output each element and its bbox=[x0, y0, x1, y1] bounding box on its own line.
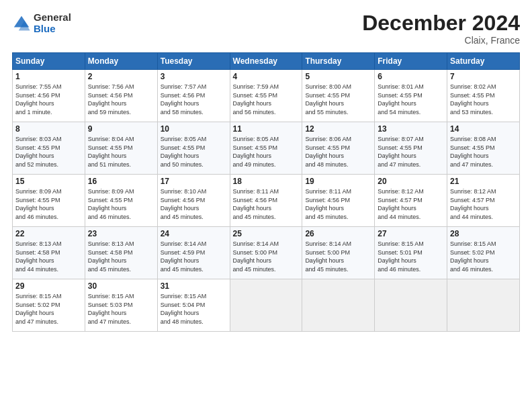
day-details: Sunrise: 8:09 AMSunset: 4:55 PMDaylight … bbox=[88, 188, 134, 220]
table-cell: 14Sunrise: 8:08 AMSunset: 4:55 PMDayligh… bbox=[447, 122, 520, 175]
calendar-page: General Blue December 2024 Claix, France… bbox=[0, 0, 532, 411]
table-cell: 25Sunrise: 8:14 AMSunset: 5:00 PMDayligh… bbox=[230, 227, 302, 279]
table-cell: 12Sunrise: 8:06 AMSunset: 4:55 PMDayligh… bbox=[302, 122, 375, 175]
day-number: 17 bbox=[161, 177, 227, 186]
day-number: 4 bbox=[233, 72, 300, 81]
header-row: Sunday Monday Tuesday Wednesday Thursday… bbox=[13, 53, 520, 70]
logo: General Blue bbox=[12, 12, 71, 34]
day-number: 23 bbox=[88, 229, 154, 238]
table-cell: 5Sunrise: 8:00 AMSunset: 4:55 PMDaylight… bbox=[302, 70, 375, 122]
table-cell: 28Sunrise: 8:15 AMSunset: 5:02 PMDayligh… bbox=[447, 227, 520, 279]
day-details: Sunrise: 8:11 AMSunset: 4:56 PMDaylight … bbox=[233, 188, 279, 220]
header-thursday: Thursday bbox=[302, 53, 375, 70]
day-number: 9 bbox=[88, 124, 154, 134]
week-row-2: 8Sunrise: 8:03 AMSunset: 4:55 PMDaylight… bbox=[13, 122, 520, 175]
day-details: Sunrise: 7:56 AMSunset: 4:56 PMDaylight … bbox=[88, 83, 134, 116]
day-number: 14 bbox=[450, 124, 517, 134]
day-number: 29 bbox=[15, 281, 82, 291]
day-details: Sunrise: 8:15 AMSunset: 5:02 PMDaylight … bbox=[15, 293, 62, 325]
header-sunday: Sunday bbox=[13, 53, 85, 70]
table-cell: 15Sunrise: 8:09 AMSunset: 4:55 PMDayligh… bbox=[13, 175, 85, 227]
table-cell: 3Sunrise: 7:57 AMSunset: 4:56 PMDaylight… bbox=[157, 70, 230, 122]
table-cell bbox=[447, 279, 520, 332]
day-number: 10 bbox=[161, 124, 227, 134]
table-cell: 26Sunrise: 8:14 AMSunset: 5:00 PMDayligh… bbox=[302, 227, 375, 279]
week-row-3: 15Sunrise: 8:09 AMSunset: 4:55 PMDayligh… bbox=[13, 175, 520, 227]
day-number: 11 bbox=[233, 124, 300, 134]
header-tuesday: Tuesday bbox=[157, 53, 230, 70]
day-number: 7 bbox=[450, 72, 517, 81]
day-number: 26 bbox=[305, 229, 371, 238]
table-cell bbox=[375, 279, 447, 332]
day-details: Sunrise: 8:09 AMSunset: 4:55 PMDaylight … bbox=[15, 188, 62, 220]
table-cell: 23Sunrise: 8:13 AMSunset: 4:58 PMDayligh… bbox=[85, 227, 157, 279]
table-cell: 9Sunrise: 8:04 AMSunset: 4:55 PMDaylight… bbox=[85, 122, 157, 175]
calendar-subtitle: Claix, France bbox=[362, 35, 520, 46]
day-number: 24 bbox=[161, 229, 227, 238]
table-cell: 18Sunrise: 8:11 AMSunset: 4:56 PMDayligh… bbox=[230, 175, 302, 227]
table-cell: 27Sunrise: 8:15 AMSunset: 5:01 PMDayligh… bbox=[375, 227, 447, 279]
table-cell bbox=[302, 279, 375, 332]
table-cell: 7Sunrise: 8:02 AMSunset: 4:55 PMDaylight… bbox=[447, 70, 520, 122]
table-cell: 1Sunrise: 7:55 AMSunset: 4:56 PMDaylight… bbox=[13, 70, 85, 122]
day-details: Sunrise: 8:15 AMSunset: 5:03 PMDaylight … bbox=[88, 293, 134, 325]
day-details: Sunrise: 8:05 AMSunset: 4:55 PMDaylight … bbox=[233, 136, 279, 168]
day-number: 31 bbox=[161, 281, 227, 291]
table-cell: 19Sunrise: 8:11 AMSunset: 4:56 PMDayligh… bbox=[302, 175, 375, 227]
day-number: 3 bbox=[161, 72, 227, 81]
day-details: Sunrise: 8:10 AMSunset: 4:56 PMDaylight … bbox=[161, 188, 207, 220]
logo-text: General Blue bbox=[34, 12, 71, 34]
title-section: December 2024 Claix, France bbox=[362, 12, 520, 46]
table-cell bbox=[230, 279, 302, 332]
table-cell: 24Sunrise: 8:14 AMSunset: 4:59 PMDayligh… bbox=[157, 227, 230, 279]
week-row-5: 29Sunrise: 8:15 AMSunset: 5:02 PMDayligh… bbox=[13, 279, 520, 332]
day-number: 13 bbox=[378, 124, 444, 134]
day-number: 18 bbox=[233, 177, 300, 186]
header-saturday: Saturday bbox=[447, 53, 520, 70]
day-number: 22 bbox=[15, 229, 82, 238]
day-number: 1 bbox=[15, 72, 82, 81]
day-number: 2 bbox=[88, 72, 154, 81]
header-wednesday: Wednesday bbox=[230, 53, 302, 70]
table-cell: 4Sunrise: 7:59 AMSunset: 4:55 PMDaylight… bbox=[230, 70, 302, 122]
week-row-1: 1Sunrise: 7:55 AMSunset: 4:56 PMDaylight… bbox=[13, 70, 520, 122]
day-details: Sunrise: 8:14 AMSunset: 5:00 PMDaylight … bbox=[305, 240, 351, 273]
header-friday: Friday bbox=[375, 53, 447, 70]
table-cell: 11Sunrise: 8:05 AMSunset: 4:55 PMDayligh… bbox=[230, 122, 302, 175]
day-details: Sunrise: 8:05 AMSunset: 4:55 PMDaylight … bbox=[161, 136, 207, 168]
day-number: 27 bbox=[378, 229, 444, 238]
day-details: Sunrise: 8:12 AMSunset: 4:57 PMDaylight … bbox=[450, 188, 496, 220]
day-number: 6 bbox=[378, 72, 444, 81]
day-details: Sunrise: 8:03 AMSunset: 4:55 PMDaylight … bbox=[15, 136, 62, 168]
table-cell: 17Sunrise: 8:10 AMSunset: 4:56 PMDayligh… bbox=[157, 175, 230, 227]
day-details: Sunrise: 8:06 AMSunset: 4:55 PMDaylight … bbox=[305, 136, 351, 168]
day-details: Sunrise: 8:01 AMSunset: 4:55 PMDaylight … bbox=[378, 83, 424, 116]
day-details: Sunrise: 8:08 AMSunset: 4:55 PMDaylight … bbox=[450, 136, 496, 168]
day-number: 16 bbox=[88, 177, 154, 186]
day-details: Sunrise: 8:13 AMSunset: 4:58 PMDaylight … bbox=[15, 240, 62, 273]
day-details: Sunrise: 8:15 AMSunset: 5:01 PMDaylight … bbox=[378, 240, 424, 273]
day-details: Sunrise: 8:11 AMSunset: 4:56 PMDaylight … bbox=[305, 188, 351, 220]
day-number: 15 bbox=[15, 177, 82, 186]
day-number: 19 bbox=[305, 177, 371, 186]
day-details: Sunrise: 8:04 AMSunset: 4:55 PMDaylight … bbox=[88, 136, 134, 168]
table-cell: 31Sunrise: 8:15 AMSunset: 5:04 PMDayligh… bbox=[157, 279, 230, 332]
day-details: Sunrise: 7:59 AMSunset: 4:55 PMDaylight … bbox=[233, 83, 279, 116]
day-details: Sunrise: 8:15 AMSunset: 5:02 PMDaylight … bbox=[450, 240, 496, 273]
table-cell: 21Sunrise: 8:12 AMSunset: 4:57 PMDayligh… bbox=[447, 175, 520, 227]
day-details: Sunrise: 8:12 AMSunset: 4:57 PMDaylight … bbox=[378, 188, 424, 220]
table-cell: 20Sunrise: 8:12 AMSunset: 4:57 PMDayligh… bbox=[375, 175, 447, 227]
day-number: 5 bbox=[305, 72, 371, 81]
day-details: Sunrise: 8:14 AMSunset: 5:00 PMDaylight … bbox=[233, 240, 279, 273]
day-number: 30 bbox=[88, 281, 154, 291]
page-header: General Blue December 2024 Claix, France bbox=[12, 12, 520, 46]
table-cell: 16Sunrise: 8:09 AMSunset: 4:55 PMDayligh… bbox=[85, 175, 157, 227]
logo-blue: Blue bbox=[34, 24, 71, 35]
calendar-table: Sunday Monday Tuesday Wednesday Thursday… bbox=[12, 52, 520, 332]
day-details: Sunrise: 7:57 AMSunset: 4:56 PMDaylight … bbox=[161, 83, 207, 116]
day-number: 25 bbox=[233, 229, 300, 238]
table-cell: 22Sunrise: 8:13 AMSunset: 4:58 PMDayligh… bbox=[13, 227, 85, 279]
day-details: Sunrise: 8:13 AMSunset: 4:58 PMDaylight … bbox=[88, 240, 134, 273]
table-cell: 30Sunrise: 8:15 AMSunset: 5:03 PMDayligh… bbox=[85, 279, 157, 332]
day-details: Sunrise: 8:02 AMSunset: 4:55 PMDaylight … bbox=[450, 83, 496, 116]
